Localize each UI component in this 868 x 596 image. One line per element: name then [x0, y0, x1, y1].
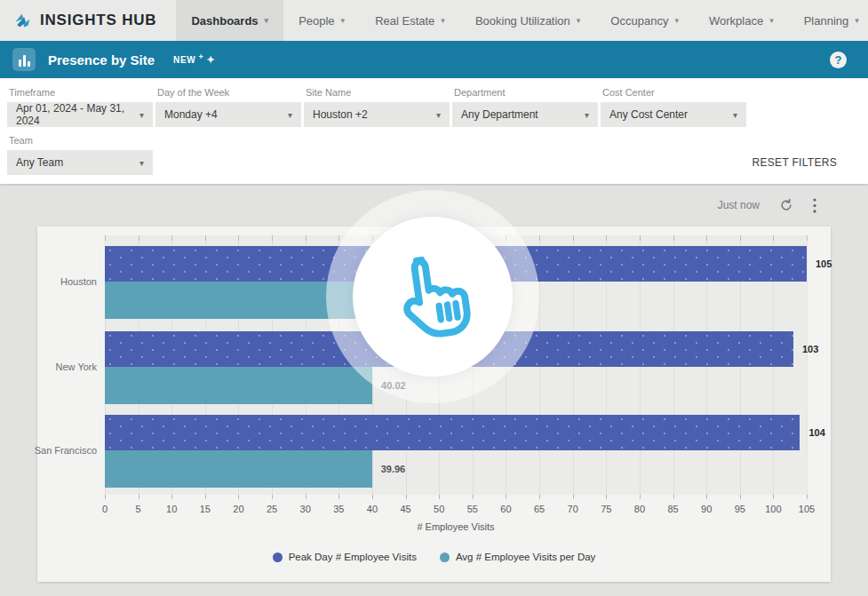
- chevron-down-icon: ▾: [288, 110, 292, 120]
- filter-cost-center: Cost CenterAny Cost Center▾: [601, 85, 746, 127]
- axis-tick: [105, 235, 106, 241]
- nav-item-workplace[interactable]: Workplace▾: [694, 0, 789, 41]
- x-tick-label: 65: [534, 504, 545, 514]
- x-tick-label: 50: [434, 504, 444, 514]
- filter-select-site-name[interactable]: Houston +2▾: [304, 102, 450, 127]
- filter-label: Team: [9, 135, 153, 146]
- x-tick-label: 85: [667, 504, 678, 514]
- nav-item-people[interactable]: People▾: [283, 0, 360, 41]
- nav-item-label: People: [299, 14, 334, 28]
- chart-legend: Peak Day # Employee VisitsAvg # Employee…: [37, 552, 831, 562]
- filter-value: Apr 01, 2024 - May 31, 2024: [16, 102, 139, 127]
- filter-value: Any Team: [16, 156, 63, 169]
- nav-item-label: Booking Utilization: [475, 14, 570, 28]
- nav-menu: Dashboards▾People▾Real Estate▾Booking Ut…: [176, 0, 868, 41]
- axis-tick: [573, 495, 574, 499]
- last-updated-text: Just now: [718, 199, 760, 211]
- chart-card: 0510152025303540455055606570758085909510…: [37, 226, 831, 582]
- avg-bar-san-francisco[interactable]: [105, 450, 372, 488]
- axis-tick: [105, 495, 106, 499]
- filter-select-timeframe[interactable]: Apr 01, 2024 - May 31, 2024▾: [7, 102, 153, 127]
- legend-item-peak-day-employee-visits[interactable]: Peak Day # Employee Visits: [273, 552, 417, 562]
- filter-label: Department: [454, 87, 598, 98]
- chevron-down-icon: ▾: [733, 110, 737, 120]
- filter-label: Day of the Week: [157, 87, 301, 98]
- filter-select-cost-center[interactable]: Any Cost Center▾: [601, 102, 746, 127]
- reset-filters-button[interactable]: RESET FILTERS: [753, 156, 837, 175]
- chevron-down-icon: ▾: [577, 16, 581, 25]
- peak-bar-san-francisco[interactable]: [105, 415, 800, 450]
- axis-tick: [473, 495, 474, 499]
- axis-tick: [205, 495, 206, 499]
- legend-dot-icon: [440, 552, 450, 562]
- peak-bar-new-york[interactable]: [105, 331, 793, 367]
- nav-item-label: Workplace: [709, 14, 763, 28]
- axis-tick: [506, 495, 506, 499]
- filter-select-team[interactable]: Any Team▾: [7, 150, 153, 175]
- chevron-down-icon: ▾: [265, 16, 269, 25]
- category-label-new-york: New York: [56, 362, 97, 372]
- top-nav: INSIGHTS HUB Dashboards▾People▾Real Esta…: [0, 0, 868, 41]
- axis-tick: [506, 235, 506, 241]
- filter-panel: TimeframeApr 01, 2024 - May 31, 2024▾Day…: [0, 78, 868, 184]
- axis-tick: [740, 495, 741, 499]
- chevron-down-icon: ▾: [674, 16, 679, 25]
- chevron-down-icon: ▾: [441, 16, 445, 25]
- filter-value: Monday +4: [164, 108, 218, 121]
- chevron-down-icon: ▾: [139, 158, 144, 168]
- axis-tick: [706, 235, 707, 241]
- axis-tick: [372, 235, 373, 241]
- x-tick-label: 40: [367, 504, 378, 514]
- nav-item-booking-utilization[interactable]: Booking Utilization▾: [460, 0, 595, 41]
- axis-tick: [372, 495, 373, 499]
- brand[interactable]: INSIGHTS HUB: [0, 0, 176, 41]
- legend-label: Peak Day # Employee Visits: [289, 552, 417, 562]
- gridline: [807, 235, 808, 495]
- axis-tick: [338, 235, 339, 241]
- nav-item-label: Occupancy: [610, 14, 668, 28]
- filter-value: Any Department: [461, 108, 538, 121]
- nav-item-real-estate[interactable]: Real Estate▾: [360, 0, 460, 41]
- brand-logo-icon: [13, 12, 32, 30]
- axis-tick: [139, 235, 139, 241]
- axis-tick: [640, 495, 641, 499]
- category-label-san-francisco: San Francisco: [35, 445, 97, 456]
- axis-tick: [573, 235, 574, 241]
- filter-timeframe: TimeframeApr 01, 2024 - May 31, 2024▾: [7, 85, 153, 127]
- peak-bar-houston[interactable]: [105, 246, 807, 282]
- x-tick-label: 10: [166, 504, 177, 514]
- filter-row-2: TeamAny Team▾ RESET FILTERS: [7, 133, 861, 175]
- new-badge[interactable]: NEW +✦: [173, 54, 215, 66]
- avg-bar-houston[interactable]: [105, 282, 372, 319]
- refresh-icon[interactable]: [779, 198, 793, 212]
- help-icon[interactable]: ?: [830, 52, 847, 68]
- nav-item-dashboards[interactable]: Dashboards▾: [176, 0, 283, 41]
- more-options-icon[interactable]: [813, 198, 816, 213]
- axis-tick: [473, 235, 474, 241]
- axis-tick: [740, 235, 741, 241]
- avg-bar-new-york[interactable]: [105, 367, 372, 404]
- bar-chart-plot: 0510152025303540455055606570758085909510…: [105, 235, 807, 495]
- app-root: INSIGHTS HUB Dashboards▾People▾Real Esta…: [0, 0, 868, 596]
- axis-tick: [238, 235, 239, 241]
- x-tick-label: 80: [634, 504, 645, 514]
- page-title: Presence by Site: [48, 52, 155, 68]
- filter-day-of-the-week: Day of the WeekMonday +4▾: [155, 85, 301, 127]
- axis-tick: [807, 235, 808, 241]
- nav-item-occupancy[interactable]: Occupancy▾: [595, 0, 694, 41]
- axis-tick: [606, 495, 607, 499]
- axis-tick: [171, 235, 172, 241]
- axis-tick: [439, 235, 440, 241]
- nav-item-planning[interactable]: Planning▾: [789, 0, 868, 41]
- new-badge-label: NEW: [173, 55, 195, 65]
- axis-tick: [272, 495, 273, 499]
- sparkle-icon: +: [199, 52, 204, 61]
- legend-item-avg-employee-visits-per-day[interactable]: Avg # Employee Visits per Day: [440, 552, 595, 562]
- x-tick-label: 55: [467, 504, 478, 514]
- filter-select-day-of-the-week[interactable]: Monday +4▾: [155, 102, 301, 127]
- filter-select-department[interactable]: Any Department▾: [452, 102, 598, 127]
- status-bar: Just now: [0, 184, 868, 226]
- filter-label: Cost Center: [602, 87, 746, 98]
- nav-item-label: Real Estate: [375, 14, 434, 28]
- filter-label: Timeframe: [9, 87, 153, 98]
